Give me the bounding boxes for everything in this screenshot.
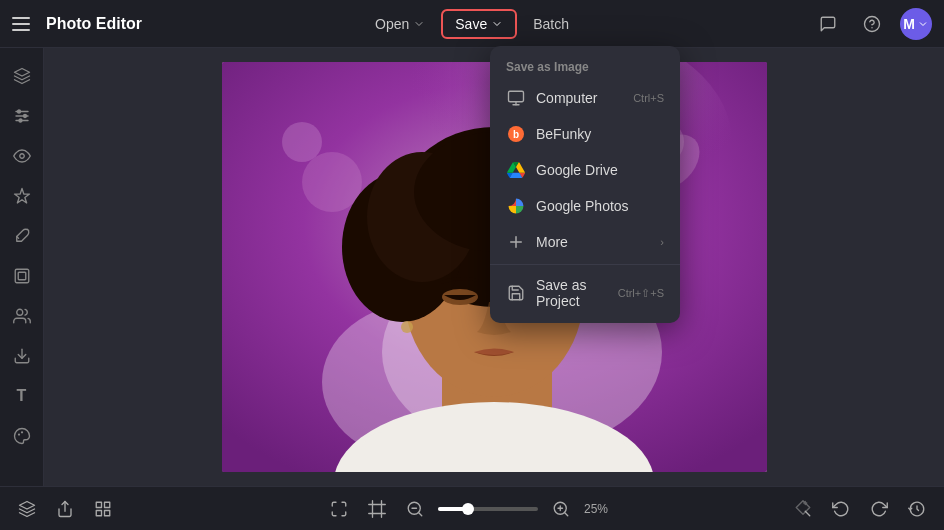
- sidebar-item-adjustments[interactable]: [4, 98, 40, 134]
- monitor-icon: [506, 88, 526, 108]
- avatar[interactable]: M: [900, 8, 932, 40]
- sidebar-item-frame[interactable]: [4, 258, 40, 294]
- history-button[interactable]: [902, 494, 932, 524]
- sidebar-item-people[interactable]: [4, 298, 40, 334]
- dropdown-item-gphotos[interactable]: Google Photos: [490, 188, 680, 224]
- befunky-label: BeFunky: [536, 126, 591, 142]
- zoom-percentage: 25%: [584, 502, 620, 516]
- sidebar-item-text[interactable]: T: [4, 378, 40, 414]
- sidebar-item-brush[interactable]: [4, 218, 40, 254]
- befunky-icon: b: [506, 124, 526, 144]
- text-icon-label: T: [17, 387, 27, 405]
- menu-icon[interactable]: [12, 12, 36, 36]
- svg-point-13: [16, 309, 22, 315]
- dropdown-item-befunky[interactable]: b BeFunky: [490, 116, 680, 152]
- help-icon-button[interactable]: [856, 8, 888, 40]
- batch-button[interactable]: Batch: [523, 10, 579, 38]
- svg-point-25: [282, 122, 322, 162]
- svg-rect-51: [96, 502, 101, 507]
- layers-bottom-icon[interactable]: [12, 494, 42, 524]
- svg-rect-54: [105, 510, 110, 515]
- save-button[interactable]: Save: [441, 9, 517, 39]
- svg-point-15: [17, 433, 19, 435]
- bottom-bar-left: [12, 494, 118, 524]
- gphotos-label: Google Photos: [536, 198, 629, 214]
- svg-point-48: [401, 321, 413, 333]
- svg-point-0: [865, 16, 880, 31]
- svg-point-16: [20, 431, 22, 433]
- header-center: Open Save Batch: [365, 9, 579, 39]
- crop-icon[interactable]: [362, 494, 392, 524]
- sidebar-item-effects[interactable]: [4, 178, 40, 214]
- bottom-bar: 25%: [0, 486, 944, 530]
- zoom-in-icon[interactable]: [546, 494, 576, 524]
- sidebar-item-export[interactable]: [4, 338, 40, 374]
- computer-shortcut: Ctrl+S: [633, 92, 664, 104]
- svg-rect-30: [362, 432, 627, 472]
- redo-button[interactable]: [864, 494, 894, 524]
- svg-point-6: [17, 110, 20, 113]
- sidebar: T: [0, 48, 44, 486]
- zoom-out-icon[interactable]: [400, 494, 430, 524]
- svg-rect-52: [105, 502, 110, 507]
- share-bottom-icon[interactable]: [50, 494, 80, 524]
- grid-bottom-icon[interactable]: [88, 494, 118, 524]
- svg-text:b: b: [513, 129, 519, 140]
- svg-rect-12: [18, 272, 26, 280]
- save-project-shortcut: Ctrl+⇧+S: [618, 287, 664, 300]
- header: Photo Editor Open Save Batch M: [0, 0, 944, 48]
- dropdown-item-more[interactable]: More ›: [490, 224, 680, 260]
- more-chevron-icon: ›: [660, 236, 664, 248]
- svg-line-56: [418, 512, 421, 515]
- sidebar-item-sticker[interactable]: [4, 418, 40, 454]
- gdrive-icon: [506, 160, 526, 180]
- svg-marker-2: [14, 69, 29, 77]
- svg-point-7: [23, 115, 26, 118]
- svg-point-9: [19, 154, 24, 159]
- fit-screen-icon[interactable]: [324, 494, 354, 524]
- dropdown-item-computer[interactable]: Computer Ctrl+S: [490, 80, 680, 116]
- svg-rect-11: [15, 269, 29, 283]
- dropdown-header: Save as Image: [490, 52, 680, 80]
- bottom-bar-right: [788, 494, 932, 524]
- app-title: Photo Editor: [46, 15, 142, 33]
- save-project-label: Save as Project: [536, 277, 608, 309]
- save-project-icon: [506, 283, 526, 303]
- plus-icon: [506, 232, 526, 252]
- undo-button[interactable]: [826, 494, 856, 524]
- sidebar-item-view[interactable]: [4, 138, 40, 174]
- save-dropdown-menu: Save as Image Computer Ctrl+S b BeFunky: [490, 46, 680, 323]
- svg-rect-62: [509, 91, 524, 102]
- svg-rect-53: [96, 510, 101, 515]
- open-button[interactable]: Open: [365, 10, 435, 38]
- header-right: M: [812, 8, 932, 40]
- svg-line-59: [564, 512, 567, 515]
- gdrive-label: Google Drive: [536, 162, 618, 178]
- dropdown-item-gdrive[interactable]: Google Drive: [490, 152, 680, 188]
- dropdown-divider: [490, 264, 680, 265]
- gphotos-icon: [506, 196, 526, 216]
- bottom-bar-center: 25%: [324, 494, 620, 524]
- dropdown-item-save-project[interactable]: Save as Project Ctrl+⇧+S: [490, 269, 680, 317]
- zoom-slider[interactable]: [438, 507, 538, 511]
- svg-point-8: [19, 119, 22, 122]
- svg-point-24: [302, 152, 362, 212]
- sidebar-item-layers[interactable]: [4, 58, 40, 94]
- chat-icon-button[interactable]: [812, 8, 844, 40]
- computer-label: Computer: [536, 90, 597, 106]
- more-label: More: [536, 234, 568, 250]
- svg-marker-49: [20, 501, 35, 509]
- magic-icon[interactable]: [788, 494, 818, 524]
